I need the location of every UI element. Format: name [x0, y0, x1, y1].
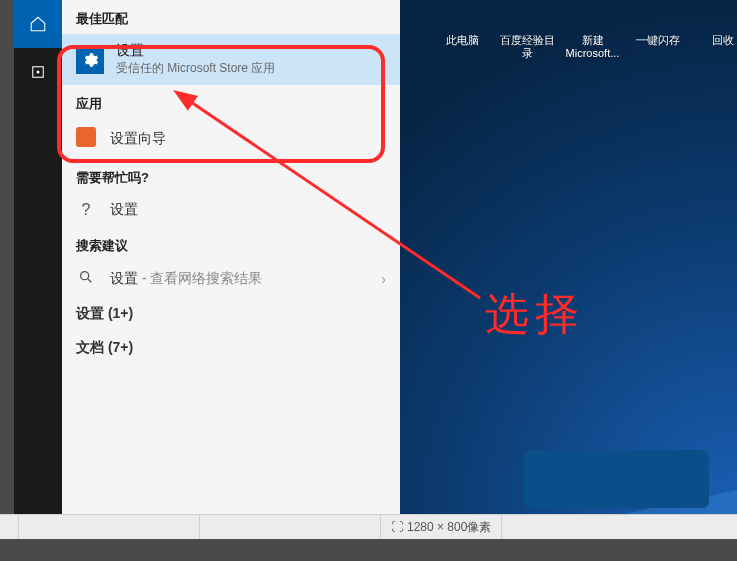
result-label: 设置	[110, 201, 138, 219]
desktop-icon-label: 百度经验目录	[495, 34, 560, 60]
taskbar-placeholder	[524, 450, 709, 508]
result-label: 设置 - 查看网络搜索结果	[110, 270, 262, 288]
result-subtitle: 受信任的 Microsoft Store 应用	[116, 60, 275, 77]
wizard-icon	[76, 127, 96, 147]
rail-apps[interactable]	[14, 48, 62, 96]
result-web-search[interactable]: 设置 - 查看网络搜索结果 ›	[62, 261, 400, 297]
status-seg-blank	[0, 515, 19, 539]
search-icon	[76, 269, 96, 289]
chevron-right-icon: ›	[381, 271, 386, 287]
status-seg-1	[19, 515, 200, 539]
desktop-icon-recycle[interactable]: 回收	[690, 0, 737, 47]
square-icon	[29, 63, 47, 81]
result-label: 文档 (7+)	[76, 339, 133, 357]
svg-point-1	[37, 71, 40, 74]
status-seg-2	[200, 515, 381, 539]
header-suggest: 搜索建议	[62, 227, 400, 261]
svg-point-2	[81, 272, 89, 280]
status-dim-text: 1280 × 800像素	[407, 519, 491, 536]
header-best-match: 最佳匹配	[62, 0, 400, 34]
status-bar: ⛶ 1280 × 800像素	[0, 514, 737, 539]
result-label: 设置向导	[110, 130, 166, 148]
flash-icon	[640, 2, 676, 32]
result-settings-more[interactable]: 设置 (1+)	[62, 297, 400, 331]
crop-icon: ⛶	[391, 520, 403, 534]
recycle-icon	[705, 2, 738, 32]
result-docs-more[interactable]: 文档 (7+)	[62, 331, 400, 365]
folder-icon	[510, 2, 546, 32]
desktop-icon-pc[interactable]: 此电脑	[430, 0, 495, 47]
desktop-icon-new[interactable]: 新建 Microsoft...	[560, 0, 625, 60]
start-rail	[14, 0, 62, 515]
desktop-icon-label: 一键闪存	[625, 34, 690, 47]
desktop-icon-flash[interactable]: 一键闪存	[625, 0, 690, 47]
status-dimensions: ⛶ 1280 × 800像素	[381, 515, 502, 539]
question-icon: ?	[76, 201, 96, 219]
result-settings[interactable]: 设置 受信任的 Microsoft Store 应用	[62, 34, 400, 85]
rail-home[interactable]	[14, 0, 62, 48]
file-icon	[575, 2, 611, 32]
desktop-icon-baidu[interactable]: 百度经验目录	[495, 0, 560, 60]
desktop-icon-label: 此电脑	[430, 34, 495, 47]
desktop-background: 此电脑 百度经验目录 新建 Microsoft... 一键闪存 回收	[345, 0, 737, 515]
result-title: 设置	[116, 42, 275, 60]
svg-line-3	[88, 279, 91, 282]
result-label: 设置 (1+)	[76, 305, 133, 323]
header-help: 需要帮忙吗?	[62, 159, 400, 193]
result-help-settings[interactable]: ? 设置	[62, 193, 400, 227]
desktop-icon-label: 回收	[690, 34, 737, 47]
start-search-panel: 最佳匹配 设置 受信任的 Microsoft Store 应用 应用 设置向导 …	[62, 0, 400, 515]
home-icon	[29, 15, 47, 33]
window-border-bottom	[0, 539, 737, 561]
header-apps: 应用	[62, 85, 400, 119]
pc-icon	[445, 2, 481, 32]
result-setup-wizard[interactable]: 设置向导	[62, 119, 400, 159]
desktop-icon-label: 新建 Microsoft...	[560, 34, 625, 60]
gear-icon	[76, 46, 104, 74]
